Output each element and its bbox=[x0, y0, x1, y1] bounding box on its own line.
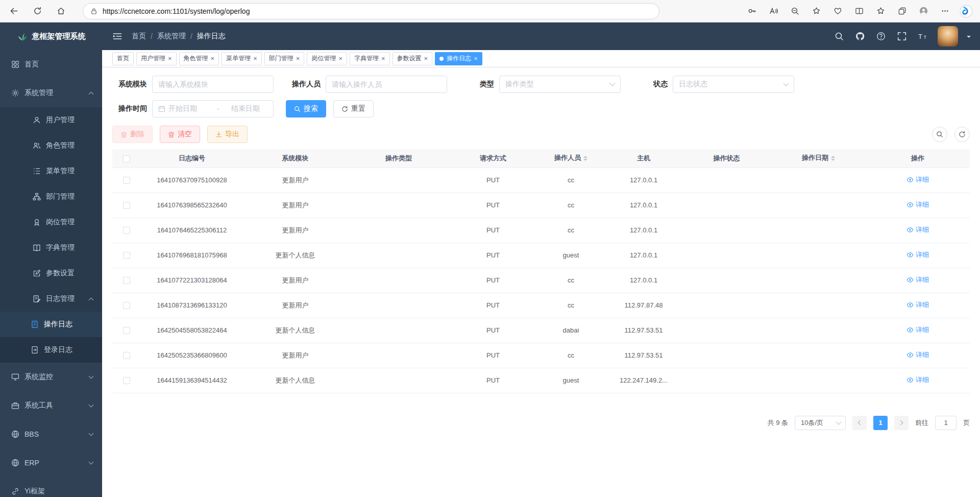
browser-back-icon[interactable] bbox=[5, 3, 22, 20]
split-screen-icon[interactable] bbox=[852, 5, 866, 18]
detail-link[interactable]: 详细 bbox=[906, 325, 929, 335]
breadcrumb-system[interactable]: 系统管理 bbox=[157, 32, 186, 41]
goto-page-input[interactable] bbox=[935, 416, 957, 430]
row-checkbox[interactable] bbox=[123, 352, 130, 359]
browser-home-icon[interactable] bbox=[52, 3, 69, 20]
detail-link[interactable]: 详细 bbox=[906, 225, 929, 234]
tab-用户管理[interactable]: 用户管理× bbox=[136, 52, 177, 65]
row-checkbox[interactable] bbox=[123, 327, 130, 334]
tab-close-icon[interactable]: × bbox=[168, 55, 172, 62]
tab-操作日志[interactable]: 操作日志× bbox=[435, 52, 482, 65]
favorites-icon[interactable] bbox=[874, 5, 887, 18]
row-checkbox[interactable] bbox=[123, 302, 130, 309]
col-operator[interactable]: 操作人员 bbox=[536, 149, 605, 168]
password-key-icon[interactable] bbox=[745, 5, 758, 18]
next-page-button[interactable] bbox=[894, 416, 909, 430]
page-size-select[interactable]: 10条/页 bbox=[795, 416, 846, 430]
row-checkbox[interactable] bbox=[123, 202, 130, 209]
module-input[interactable] bbox=[152, 76, 274, 93]
breadcrumb-home[interactable]: 首页 bbox=[132, 32, 146, 41]
sidebar-item-erp[interactable]: ERP bbox=[0, 448, 102, 477]
help-icon[interactable] bbox=[875, 30, 887, 42]
status-select[interactable]: 日志状态 bbox=[673, 76, 794, 93]
tab-close-icon[interactable]: × bbox=[253, 55, 257, 62]
tab-字典管理[interactable]: 字典管理× bbox=[350, 52, 390, 65]
copilot-icon[interactable] bbox=[960, 5, 973, 18]
sidebar-item-home[interactable]: 首页 bbox=[0, 50, 102, 79]
prev-page-button[interactable] bbox=[852, 416, 867, 430]
detail-link[interactable]: 详细 bbox=[906, 350, 929, 360]
avatar-caret-icon[interactable] bbox=[967, 36, 971, 40]
browser-refresh-icon[interactable] bbox=[29, 3, 46, 20]
sidebar-item-menu[interactable]: 菜单管理 bbox=[0, 158, 102, 184]
sidebar-item-param[interactable]: 参数设置 bbox=[0, 261, 102, 286]
sidebar-item-monitor[interactable]: 系统监控 bbox=[0, 363, 102, 391]
read-aloud-icon[interactable] bbox=[767, 5, 780, 18]
sidebar-toggle-icon[interactable] bbox=[111, 30, 124, 42]
date-range-picker[interactable]: 开始日期 - 结束日期 bbox=[152, 100, 274, 117]
detail-link[interactable]: 详细 bbox=[906, 300, 929, 310]
reset-button[interactable]: 重置 bbox=[333, 100, 374, 117]
row-checkbox[interactable] bbox=[123, 177, 130, 184]
address-bar[interactable]: https://ccnetcore.com:1101/system/log/op… bbox=[83, 3, 659, 19]
tab-close-icon[interactable]: × bbox=[474, 55, 478, 62]
tab-菜单管理[interactable]: 菜单管理× bbox=[222, 52, 262, 65]
page-1-button[interactable]: 1 bbox=[873, 416, 888, 430]
detail-link[interactable]: 详细 bbox=[906, 275, 929, 285]
sidebar-item-loginlog[interactable]: 登录日志 bbox=[0, 337, 102, 363]
operator-input[interactable] bbox=[326, 76, 447, 93]
sort-carets-icon[interactable] bbox=[831, 154, 835, 163]
github-icon[interactable] bbox=[854, 30, 866, 42]
delete-button[interactable]: 删除 bbox=[112, 126, 153, 143]
toggle-search-icon[interactable] bbox=[932, 127, 947, 142]
sidebar-item-tools[interactable]: 系统工具 bbox=[0, 391, 102, 420]
user-avatar[interactable] bbox=[938, 26, 958, 46]
browser-essentials-icon[interactable] bbox=[831, 5, 844, 18]
header-search-icon[interactable] bbox=[833, 30, 845, 42]
zoom-out-icon[interactable] bbox=[788, 5, 801, 18]
eye-icon bbox=[906, 226, 914, 233]
export-button[interactable]: 导出 bbox=[207, 126, 248, 143]
select-all-checkbox[interactable] bbox=[123, 155, 130, 162]
sidebar-item-role[interactable]: 角色管理 bbox=[0, 133, 102, 158]
sidebar-item-yiframe[interactable]: Yi框架 bbox=[0, 477, 102, 497]
type-select[interactable]: 操作类型 bbox=[499, 76, 621, 93]
sidebar-item-user[interactable]: 用户管理 bbox=[0, 107, 102, 133]
tab-close-icon[interactable]: × bbox=[424, 55, 428, 62]
font-size-icon[interactable]: TT bbox=[917, 30, 929, 42]
row-checkbox[interactable] bbox=[123, 277, 130, 284]
tab-close-icon[interactable]: × bbox=[211, 55, 215, 62]
detail-link[interactable]: 详细 bbox=[906, 175, 929, 184]
col-date[interactable]: 操作日期 bbox=[771, 149, 866, 168]
sidebar-item-dict[interactable]: 字典管理 bbox=[0, 235, 102, 261]
row-checkbox[interactable] bbox=[123, 227, 130, 234]
tab-close-icon[interactable]: × bbox=[296, 55, 300, 62]
tab-首页[interactable]: 首页 bbox=[112, 52, 134, 65]
tab-部门管理[interactable]: 部门管理× bbox=[264, 52, 305, 65]
tab-close-icon[interactable]: × bbox=[338, 55, 342, 62]
detail-link[interactable]: 详细 bbox=[906, 200, 929, 209]
detail-link[interactable]: 详细 bbox=[906, 375, 929, 385]
sort-carets-icon[interactable] bbox=[583, 154, 587, 163]
tab-岗位管理[interactable]: 岗位管理× bbox=[307, 52, 347, 65]
search-button[interactable]: 搜索 bbox=[286, 100, 326, 117]
sidebar-item-system[interactable]: 系统管理 bbox=[0, 79, 102, 107]
tab-角色管理[interactable]: 角色管理× bbox=[179, 52, 219, 65]
collections-icon[interactable] bbox=[895, 5, 909, 18]
sidebar-item-operlog[interactable]: 操作日志 bbox=[0, 312, 102, 337]
row-checkbox[interactable] bbox=[123, 252, 130, 259]
sidebar-item-bbs[interactable]: BBS bbox=[0, 420, 102, 448]
browser-menu-icon[interactable] bbox=[938, 5, 951, 18]
tab-close-icon[interactable]: × bbox=[381, 55, 385, 62]
sidebar-item-post[interactable]: 岗位管理 bbox=[0, 209, 102, 235]
sidebar-item-log[interactable]: 日志管理 bbox=[0, 286, 102, 312]
tab-参数设置[interactable]: 参数设置× bbox=[393, 52, 433, 65]
fullscreen-icon[interactable] bbox=[896, 30, 908, 42]
detail-link[interactable]: 详细 bbox=[906, 250, 929, 259]
table-refresh-icon[interactable] bbox=[954, 127, 970, 142]
clear-button[interactable]: 清空 bbox=[160, 126, 200, 143]
add-favorite-icon[interactable] bbox=[810, 5, 823, 18]
browser-profile-icon[interactable] bbox=[917, 5, 930, 18]
row-checkbox[interactable] bbox=[123, 377, 130, 384]
sidebar-item-dept[interactable]: 部门管理 bbox=[0, 184, 102, 209]
